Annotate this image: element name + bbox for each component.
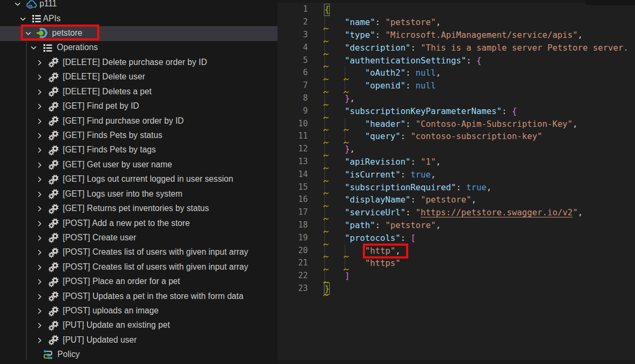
code-line[interactable]: "header": "Contoso-Apim-Subscription-Key…: [324, 118, 578, 131]
code-token-ws: [324, 246, 365, 256]
json-editor[interactable]: 1234567891011121314151617181920212223 { …: [277, 0, 635, 364]
tree-item-post-creates-list-of-users-with-given-input-array[interactable]: [POST] Creates list of users with given …: [0, 260, 277, 275]
api-tree: p111APIspetstoreOperations[DELETE] Delet…: [0, 0, 277, 364]
code-line[interactable]: "oAuth2": null,: [324, 67, 441, 79]
code-token-ws: [324, 106, 345, 116]
chevron-right-icon[interactable]: [36, 308, 43, 314]
code-token-ws: [324, 131, 365, 141]
code-token-str: "https": [365, 258, 400, 268]
tree-item-post-place-an-order-for-a-pet[interactable]: [POST] Place an order for a pet: [0, 274, 277, 289]
code-line[interactable]: },: [324, 143, 355, 156]
code-line[interactable]: "authenticationSettings": {: [324, 54, 481, 67]
code-token-pu: :: [375, 220, 385, 230]
warning-squiggle-icon: [323, 191, 329, 195]
code-line[interactable]: },: [324, 92, 355, 105]
code-token-pu: :: [502, 106, 512, 116]
tree-item-get-get-user-by-user-name[interactable]: [GET] Get user by user name: [0, 158, 277, 173]
tree-item-get-finds-pets-by-status[interactable]: [GET] Finds Pets by status: [0, 128, 277, 143]
gears-icon: [48, 101, 60, 112]
line-number: 22: [277, 270, 308, 282]
code-line[interactable]: "displayName": "petstore",: [324, 193, 477, 206]
chevron-right-icon[interactable]: [36, 322, 43, 329]
warning-squiggle-icon: [323, 103, 329, 107]
tree-item-get-finds-pets-by-tags[interactable]: [GET] Finds Pets by tags: [0, 143, 277, 158]
chevron-right-icon[interactable]: [36, 264, 43, 271]
chevron-right-icon[interactable]: [36, 133, 43, 139]
chevron-right-icon[interactable]: [36, 221, 43, 227]
tree-item-post-add-a-new-pet-to-the-store[interactable]: [POST] Add a new pet to the store: [0, 216, 277, 231]
chevron-right-icon[interactable]: [36, 249, 43, 256]
code-line[interactable]: "type": "Microsoft.ApiManagement/service…: [324, 29, 583, 42]
code-line[interactable]: "serviceUrl": "https://petstore.swagger.…: [324, 206, 583, 219]
chevron-down-icon[interactable]: [30, 45, 37, 51]
code-line[interactable]: "description": "This is a sample server …: [324, 42, 629, 54]
tree-item-post-updates-a-pet-in-the-store-with-form-data[interactable]: [POST] Updates a pet in the store with f…: [0, 289, 277, 304]
tree-item-get-logs-user-into-the-system[interactable]: [GET] Logs user into the system: [0, 187, 277, 202]
chevron-right-icon[interactable]: [36, 235, 43, 241]
code-line[interactable]: "protocols": [: [324, 232, 416, 245]
chevron-right-icon[interactable]: [36, 279, 43, 285]
tree-item-operations[interactable]: Operations: [0, 41, 277, 55]
chevron-right-icon[interactable]: [36, 206, 43, 212]
gears-icon: [48, 320, 60, 331]
chevron-down-icon[interactable]: [20, 16, 26, 22]
tree-item-get-logs-out-current-logged-in-user-session[interactable]: [GET] Logs out current logged in user se…: [0, 172, 277, 187]
code-token-pu: ,: [573, 119, 578, 129]
line-number: 3: [277, 29, 308, 42]
line-number: 20: [277, 245, 308, 257]
tree-item-delete-deletes-a-pet[interactable]: [DELETE] Deletes a pet: [0, 85, 277, 100]
chevron-right-icon[interactable]: [36, 294, 43, 300]
code-token-pu: ,: [431, 169, 436, 180]
tree-item-get-returns-pet-inventories-by-status[interactable]: [GET] Returns pet inventories by status: [0, 201, 277, 216]
sidebar-api-tree-panel: p111APIspetstoreOperations[DELETE] Delet…: [0, 0, 277, 364]
chevron-right-icon[interactable]: [36, 74, 43, 80]
tree-item-post-create-user[interactable]: [POST] Create user: [0, 231, 277, 246]
chevron-right-icon[interactable]: [36, 162, 43, 168]
tree-item-label: [POST] Add a new pet to the store: [63, 219, 190, 228]
tree-item-get-find-pet-by-id[interactable]: [GET] Find pet by ID: [0, 99, 277, 114]
tree-item-put-update-an-existing-pet[interactable]: [PUT] Update an existing pet: [0, 318, 277, 333]
code-line[interactable]: "https": [324, 257, 400, 270]
code-line[interactable]: "name": "petstore",: [324, 16, 441, 29]
code-token-key: "oAuth2": [365, 68, 406, 78]
code-line[interactable]: "openid": null: [324, 79, 436, 92]
tree-item-p111[interactable]: p111: [0, 0, 277, 12]
gears-icon: [48, 334, 60, 346]
chevron-right-icon[interactable]: [36, 89, 43, 95]
code-token-key: "apiRevision": [345, 157, 410, 167]
tree-item-label: Operations: [57, 43, 98, 52]
tree-item-put-updated-user[interactable]: [PUT] Updated user: [0, 333, 277, 348]
tree-item-get-find-purchase-order-by-id[interactable]: [GET] Find purchase order by ID: [0, 114, 277, 129]
code-line[interactable]: "subscriptionRequired": true,: [324, 181, 491, 194]
chevron-down-icon[interactable]: [14, 1, 21, 7]
chevron-right-icon[interactable]: [36, 118, 43, 125]
chevron-right-icon[interactable]: [36, 103, 43, 110]
tree-item-delete-delete-purchase-order-by-id[interactable]: [DELETE] Delete purchase order by ID: [0, 55, 277, 70]
chevron-right-icon[interactable]: [36, 60, 43, 66]
warning-squiggle-icon: [323, 116, 329, 119]
warning-squiggle-icon: [323, 166, 329, 170]
code-line[interactable]: "subscriptionKeyParameterNames": {: [324, 105, 517, 118]
chevron-right-icon[interactable]: [36, 176, 43, 183]
tree-item-delete-delete-user[interactable]: [DELETE] Delete user: [0, 70, 277, 85]
chevron-right-icon[interactable]: [36, 337, 43, 344]
code-token-ws: [324, 119, 365, 129]
chevron-right-icon[interactable]: [36, 147, 43, 153]
annotation-box-petstore: [21, 25, 99, 41]
line-number: 4: [277, 42, 308, 54]
tree-item-post-creates-list-of-users-with-given-input-array[interactable]: [POST] Creates list of users with given …: [0, 245, 277, 260]
tree-item-policy[interactable]: Policy: [0, 347, 277, 362]
code-line[interactable]: "query": "contoso-subscription-key": [324, 130, 542, 143]
warning-squiggle-icon: [344, 141, 349, 144]
tree-item-label: [POST] uploads an image: [63, 306, 159, 316]
code-token-b1: ]: [345, 271, 350, 281]
code-line[interactable]: "apiRevision": "1",: [324, 156, 441, 168]
code-line[interactable]: "isCurrent": true,: [324, 168, 436, 181]
tree-item-label: [POST] Creates list of users with given …: [63, 247, 248, 257]
code-line[interactable]: "path": "petstore",: [324, 219, 441, 232]
warning-squiggle-icon: [323, 77, 329, 81]
chevron-right-icon[interactable]: [36, 191, 43, 198]
tree-item-post-uploads-an-image[interactable]: [POST] uploads an image: [0, 304, 277, 319]
line-number: 8: [277, 92, 308, 105]
line-number: 9: [277, 105, 308, 118]
